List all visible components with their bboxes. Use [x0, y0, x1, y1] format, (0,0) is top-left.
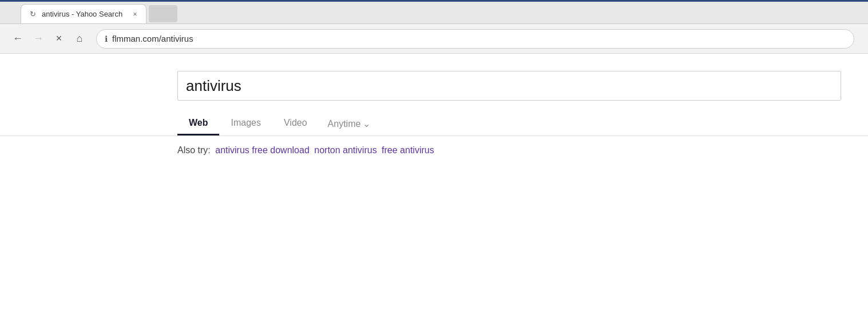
tab-bar: ↻ antivirus - Yahoo Search ×: [0, 0, 868, 24]
also-try-bar: Also try: antivirus free download norton…: [0, 136, 868, 155]
tab-close-button[interactable]: ×: [130, 9, 140, 19]
url-text: flmman.com/antivirus: [112, 34, 846, 43]
tab-video[interactable]: Video: [272, 112, 319, 135]
reload-button[interactable]: ×: [50, 30, 68, 47]
search-query-text: antivirus: [186, 77, 241, 95]
back-button[interactable]: ←: [9, 30, 26, 47]
tab-web[interactable]: Web: [177, 112, 219, 135]
also-try-link-2[interactable]: norton antivirus: [314, 145, 376, 155]
home-button[interactable]: ⌂: [71, 30, 88, 47]
also-try-link-1[interactable]: antivirus free download: [215, 145, 310, 155]
forward-button[interactable]: →: [30, 30, 47, 47]
navigation-bar: ← → × ⌂ ℹ flmman.com/antivirus: [0, 24, 868, 54]
address-bar[interactable]: ℹ flmman.com/antivirus: [96, 29, 854, 49]
filter-tabs-bar: Web Images Video Anytime ⌄: [0, 101, 868, 136]
browser-frame: ↻ antivirus - Yahoo Search × ← → × ⌂ ℹ f…: [0, 0, 868, 323]
search-box[interactable]: antivirus: [177, 71, 841, 101]
tab-favicon-icon: ↻: [28, 10, 37, 19]
active-tab[interactable]: ↻ antivirus - Yahoo Search ×: [21, 4, 146, 23]
tab-anytime-dropdown[interactable]: Anytime ⌄: [319, 113, 380, 135]
tab-title: antivirus - Yahoo Search: [42, 10, 125, 18]
info-icon: ℹ: [105, 34, 108, 43]
chevron-down-icon: ⌄: [363, 118, 370, 129]
tab-images[interactable]: Images: [219, 112, 272, 135]
search-area: antivirus: [0, 54, 868, 101]
also-try-prefix: Also try:: [177, 145, 211, 155]
page-content: antivirus Web Images Video Anytime ⌄ Als…: [0, 54, 868, 323]
also-try-link-3[interactable]: free antivirus: [382, 145, 434, 155]
new-tab-button[interactable]: [149, 5, 177, 22]
